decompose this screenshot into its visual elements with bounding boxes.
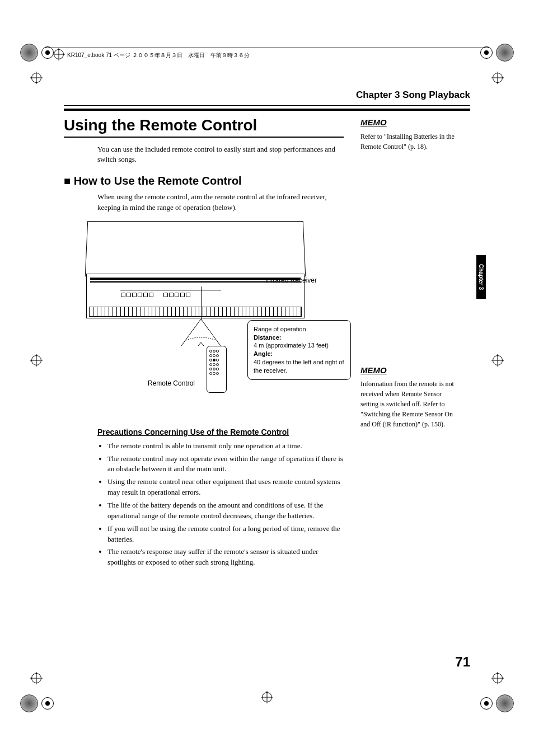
precaution-item: Using the remote control near other equi… xyxy=(107,477,344,498)
section-body: When using the remote control, aim the r… xyxy=(97,192,344,212)
remote-control-illustration xyxy=(207,346,227,393)
crosshair-icon xyxy=(262,692,272,702)
reg-ring xyxy=(41,46,54,59)
ir-pointer-line xyxy=(201,287,202,320)
precaution-item: If you will not be using the remote cont… xyxy=(107,524,344,545)
crosshair-icon xyxy=(31,355,41,365)
crosshair-icon xyxy=(493,355,503,365)
svg-line-0 xyxy=(181,319,201,346)
page-title: Using the Remote Control xyxy=(64,116,344,138)
page-content: Chapter 3 Song Playback Chapter 3 Using … xyxy=(64,90,470,666)
keyboard-illustration xyxy=(89,307,302,317)
remote-diagram: Infrared Receiver xyxy=(86,220,344,411)
crosshair-icon xyxy=(54,49,64,59)
signal-cone-illustration xyxy=(181,319,221,347)
reg-mark-top-right xyxy=(480,44,514,62)
crosshair-icon xyxy=(493,673,503,683)
control-panel-illustration xyxy=(120,290,221,303)
range-of-operation-box: Range of operation Distance: 4 m (approx… xyxy=(247,320,351,380)
reg-big-circle xyxy=(20,44,38,62)
reg-mark-bottom-left xyxy=(20,694,54,712)
angle-value: 40 degrees to the left and right of the … xyxy=(254,358,345,375)
main-column: Using the Remote Control You can use the… xyxy=(64,116,344,570)
reg-big-circle xyxy=(496,694,514,712)
side-column: MEMO Refer to "Installing Batteries in t… xyxy=(360,116,456,446)
print-header-text: KR107_e.book 71 ページ ２００５年８月３日 水曜日 午前９時３６… xyxy=(67,51,250,59)
svg-line-1 xyxy=(201,319,221,346)
memo-block-2: MEMO Information from the remote is not … xyxy=(360,364,456,430)
header-rule xyxy=(45,48,489,48)
crosshair-icon xyxy=(31,73,41,83)
section-heading-text: How to Use the Remote Control xyxy=(74,175,242,187)
precaution-item: The remote control may not operate even … xyxy=(107,454,344,475)
page-number: 71 xyxy=(455,654,470,670)
memo-block-1: MEMO Refer to "Installing Batteries in t… xyxy=(360,116,456,152)
distance-value: 4 m (approximately 13 feet) xyxy=(254,341,345,350)
range-title: Range of operation xyxy=(254,325,345,334)
section-heading: ■ How to Use the Remote Control xyxy=(64,175,344,187)
remote-control-label: Remote Control xyxy=(148,379,195,387)
reg-ring xyxy=(480,46,493,59)
reg-big-circle xyxy=(20,694,38,712)
reg-ring xyxy=(480,697,493,710)
angle-label: Angle: xyxy=(254,350,345,358)
precautions-heading: Precautions Concerning Use of the Remote… xyxy=(97,428,344,436)
memo-text: Refer to "Installing Batteries in the Re… xyxy=(360,132,456,152)
precaution-item: The remote control is able to transmit o… xyxy=(107,441,344,452)
precaution-item: The remote's response may suffer if the … xyxy=(107,547,344,568)
distance-label: Distance: xyxy=(254,334,345,342)
crosshair-icon xyxy=(493,73,503,83)
chapter-tab: Chapter 3 xyxy=(476,255,486,299)
reg-mark-bottom-right xyxy=(480,694,514,712)
memo-icon: MEMO xyxy=(360,364,387,377)
ir-receiver-label: Infrared Receiver xyxy=(265,276,317,284)
chapter-header: Chapter 3 Song Playback xyxy=(356,90,470,101)
chapter-rule xyxy=(64,105,470,111)
intro-paragraph: You can use the included remote control … xyxy=(97,144,344,165)
reg-big-circle xyxy=(496,44,514,62)
precautions-list: The remote control is able to transmit o… xyxy=(97,441,344,568)
reg-ring xyxy=(41,697,54,710)
memo-icon: MEMO xyxy=(360,116,387,129)
piano-top-illustration xyxy=(85,221,306,276)
memo-text: Information from the remote is not recei… xyxy=(360,379,456,429)
precaution-item: The life of the battery depends on the a… xyxy=(107,500,344,522)
crosshair-icon xyxy=(31,673,41,683)
reg-mark-top-left xyxy=(20,44,54,62)
